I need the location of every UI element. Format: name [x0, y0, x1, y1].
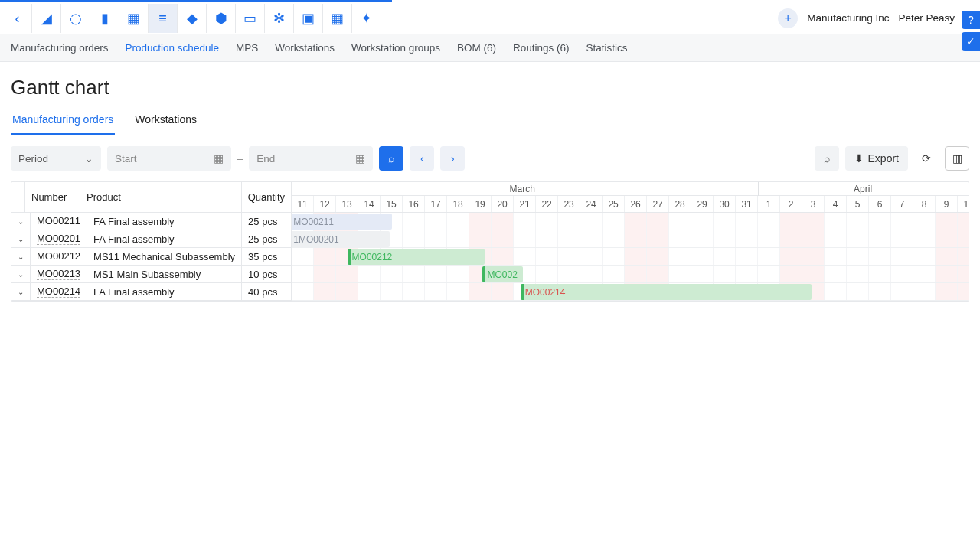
- topbar: ‹ ◢ ◌ ▮ ▦ ≡ ◆ ⬢ ▭ ✼ ▣ ▦ ✦ + Manufacturin…: [0, 2, 980, 34]
- gantt-cell: [669, 230, 691, 247]
- gantt-bar[interactable]: MO00211: [292, 214, 392, 230]
- subnav-item[interactable]: Workstation groups: [351, 42, 440, 54]
- gantt-cell: [514, 213, 536, 230]
- chevron-left-icon: ‹: [420, 152, 424, 165]
- row-expand-toggle[interactable]: ⌄: [11, 248, 31, 265]
- export-button[interactable]: ⬇ Export: [845, 146, 908, 171]
- add-button[interactable]: +: [778, 8, 798, 28]
- subnav-item[interactable]: Statistics: [586, 42, 628, 54]
- refresh-button[interactable]: ⟳: [914, 146, 939, 171]
- gantt-cell: [314, 266, 336, 282]
- table-row: ⌄MO00212MS11 Mechanical Subassembly35 pc…: [11, 248, 291, 266]
- day-cell: 2: [780, 196, 802, 212]
- gantt-cell: [381, 266, 403, 282]
- gantt-cell: [736, 213, 758, 230]
- expand-all-toggle[interactable]: [11, 182, 25, 212]
- row-expand-toggle[interactable]: ⌄: [11, 213, 31, 230]
- cube-icon: ◆: [187, 11, 198, 25]
- gantt-cell: [603, 248, 625, 265]
- check-badge[interactable]: ✓: [962, 32, 980, 51]
- user-name[interactable]: Peter Peasy: [898, 12, 955, 24]
- nav-cube[interactable]: ◆: [178, 4, 207, 33]
- order-link[interactable]: MO00213: [37, 268, 80, 280]
- nav-bars[interactable]: ▮: [90, 4, 119, 33]
- subnav-item[interactable]: Manufacturing orders: [11, 42, 109, 54]
- nav-monitor[interactable]: ▣: [294, 4, 323, 33]
- gantt-cell: [647, 266, 669, 282]
- day-cell: 26: [625, 196, 647, 212]
- start-date-input[interactable]: Start ▦: [107, 146, 231, 171]
- nav-gear[interactable]: ✼: [265, 4, 294, 33]
- prev-button[interactable]: ‹: [410, 146, 434, 171]
- next-button[interactable]: ›: [440, 146, 465, 171]
- col-header-quantity[interactable]: Quantity: [242, 182, 291, 212]
- nav-calendar[interactable]: ▦: [119, 4, 149, 33]
- end-placeholder: End: [256, 153, 275, 165]
- day-cell: 25: [603, 196, 625, 212]
- back-button[interactable]: ‹: [3, 4, 32, 33]
- order-link[interactable]: MO00212: [37, 250, 80, 262]
- period-select[interactable]: Period ⌄: [11, 146, 101, 171]
- gantt-bar[interactable]: MO002: [482, 266, 522, 282]
- nav-folder[interactable]: ▭: [236, 4, 265, 33]
- gantt-cell: [936, 213, 958, 230]
- gantt-cell: [603, 266, 625, 282]
- help-badge[interactable]: ?: [962, 11, 980, 29]
- gantt-bar[interactable]: MO00212: [348, 249, 485, 265]
- gantt-row: MO002: [292, 266, 969, 283]
- gantt-cell: [492, 230, 514, 247]
- row-expand-toggle[interactable]: ⌄: [11, 266, 31, 282]
- columns-button[interactable]: ▥: [945, 146, 969, 171]
- order-link[interactable]: MO00214: [37, 285, 80, 298]
- order-link[interactable]: MO00211: [37, 215, 80, 227]
- gantt-cell: [647, 230, 669, 247]
- find-button[interactable]: ⌕: [815, 146, 839, 171]
- gantt-cell: [936, 283, 958, 300]
- end-date-input[interactable]: End ▦: [249, 146, 373, 171]
- tab[interactable]: Manufacturing orders: [11, 109, 115, 135]
- gantt-cell: [847, 248, 869, 265]
- nav-gauge[interactable]: ◌: [61, 4, 90, 33]
- nav-logo[interactable]: ◢: [32, 4, 61, 33]
- nav-gift[interactable]: ▦: [323, 4, 352, 33]
- gantt-cell: [847, 230, 869, 247]
- subnav-item[interactable]: Production schedule: [126, 42, 219, 54]
- tab[interactable]: Workstations: [133, 109, 198, 135]
- gantt-cell: [447, 283, 469, 300]
- row-expand-toggle[interactable]: ⌄: [11, 230, 31, 247]
- company-name[interactable]: Manufacturing Inc: [807, 12, 889, 24]
- gantt-cell: [958, 283, 969, 300]
- day-cell: 14: [358, 196, 381, 212]
- day-cell: 6: [869, 196, 891, 212]
- subnav-item[interactable]: MPS: [236, 42, 258, 54]
- gantt-bar[interactable]: 1MO00201: [292, 231, 390, 247]
- search-button[interactable]: ⌕: [379, 146, 403, 171]
- quantity: 35 pcs: [242, 248, 291, 265]
- col-header-product[interactable]: Product: [80, 182, 242, 212]
- row-expand-toggle[interactable]: ⌄: [11, 283, 31, 300]
- subnav-item[interactable]: Routings (6): [513, 42, 570, 54]
- table-row: ⌄MO00211FA Final assembly25 pcs: [11, 213, 291, 230]
- nav-gantt[interactable]: ≡: [149, 4, 178, 33]
- gantt-cell: [647, 213, 669, 230]
- gantt-cell: [292, 248, 314, 265]
- order-link[interactable]: MO00201: [37, 233, 80, 245]
- nav-bag[interactable]: ⬢: [207, 4, 236, 33]
- gantt-cell: [847, 283, 869, 300]
- day-cell: 9: [936, 196, 958, 212]
- gantt-cell: [913, 248, 936, 265]
- subnav-item[interactable]: BOM (6): [457, 42, 496, 54]
- col-header-number[interactable]: Number: [25, 182, 80, 212]
- search-icon: ⌕: [388, 152, 394, 165]
- quantity: 40 pcs: [242, 283, 291, 300]
- gantt-bar[interactable]: MO00214: [521, 284, 812, 300]
- gantt-cell: [492, 283, 514, 300]
- gantt-cell: [736, 266, 758, 282]
- product-name: MS11 Mechanical Subassembly: [87, 248, 242, 265]
- gantt-cell: [936, 230, 958, 247]
- day-cell: 24: [580, 196, 603, 212]
- subnav-item[interactable]: Workstations: [275, 42, 335, 54]
- product-name: MS1 Main Subassembly: [87, 266, 242, 282]
- nav-bulb[interactable]: ✦: [352, 4, 381, 33]
- gantt-cell: [936, 266, 958, 282]
